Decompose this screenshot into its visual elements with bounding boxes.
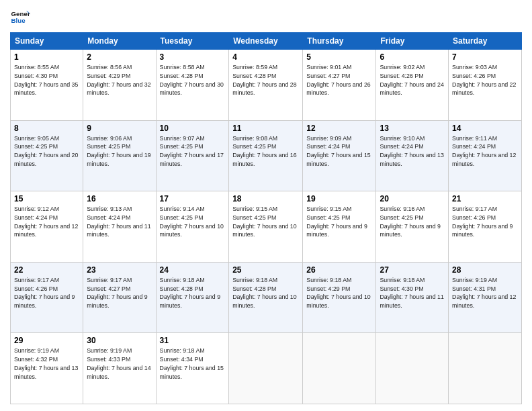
day-number: 26 bbox=[306, 265, 372, 275]
day-number: 12 bbox=[306, 124, 372, 133]
day-info: Sunrise: 8:59 AMSunset: 4:28 PMDaylight:… bbox=[232, 63, 299, 97]
day-info: Sunrise: 9:03 AMSunset: 4:26 PMDaylight:… bbox=[452, 63, 518, 97]
day-info: Sunrise: 9:16 AMSunset: 4:25 PMDaylight:… bbox=[380, 205, 445, 239]
day-info: Sunrise: 9:19 AMSunset: 4:33 PMDaylight:… bbox=[87, 347, 152, 381]
calendar-cell: 20Sunrise: 9:16 AMSunset: 4:25 PMDayligh… bbox=[376, 191, 449, 263]
calendar-cell: 6Sunrise: 9:02 AMSunset: 4:26 PMDaylight… bbox=[376, 50, 449, 121]
day-number: 6 bbox=[380, 52, 445, 62]
calendar-cell: 11Sunrise: 9:08 AMSunset: 4:25 PMDayligh… bbox=[229, 120, 303, 191]
calendar-cell: 19Sunrise: 9:15 AMSunset: 4:25 PMDayligh… bbox=[303, 191, 376, 263]
day-number: 9 bbox=[87, 124, 152, 133]
calendar-cell: 31Sunrise: 9:18 AMSunset: 4:34 PMDayligh… bbox=[156, 333, 229, 404]
calendar-header-cell: Thursday bbox=[303, 33, 376, 50]
calendar-cell: 7Sunrise: 9:03 AMSunset: 4:26 PMDaylight… bbox=[449, 50, 522, 121]
day-info: Sunrise: 9:17 AMSunset: 4:26 PMDaylight:… bbox=[452, 205, 518, 239]
day-number: 10 bbox=[160, 124, 226, 133]
day-info: Sunrise: 9:15 AMSunset: 4:25 PMDaylight:… bbox=[232, 205, 299, 239]
calendar-cell: 16Sunrise: 9:13 AMSunset: 4:24 PMDayligh… bbox=[83, 191, 156, 263]
calendar-cell: 5Sunrise: 9:01 AMSunset: 4:27 PMDaylight… bbox=[303, 50, 376, 121]
day-info: Sunrise: 9:15 AMSunset: 4:25 PMDaylight:… bbox=[306, 205, 372, 239]
header: General Blue bbox=[10, 7, 522, 27]
day-info: Sunrise: 9:01 AMSunset: 4:27 PMDaylight:… bbox=[306, 63, 372, 97]
day-number: 1 bbox=[14, 52, 79, 62]
day-info: Sunrise: 9:14 AMSunset: 4:25 PMDaylight:… bbox=[160, 205, 226, 239]
calendar-cell: 10Sunrise: 9:07 AMSunset: 4:25 PMDayligh… bbox=[156, 120, 229, 191]
calendar-cell: 15Sunrise: 9:12 AMSunset: 4:24 PMDayligh… bbox=[11, 191, 83, 263]
day-number: 29 bbox=[14, 336, 79, 345]
day-number: 8 bbox=[14, 124, 79, 133]
day-info: Sunrise: 9:18 AMSunset: 4:28 PMDaylight:… bbox=[232, 276, 299, 310]
calendar-header-cell: Sunday bbox=[11, 33, 83, 50]
calendar-cell: 9Sunrise: 9:06 AMSunset: 4:25 PMDaylight… bbox=[83, 120, 156, 191]
calendar-table: SundayMondayTuesdayWednesdayThursdayFrid… bbox=[10, 32, 522, 404]
calendar-cell bbox=[376, 333, 449, 404]
calendar-cell bbox=[449, 333, 522, 404]
day-number: 16 bbox=[87, 194, 152, 203]
calendar-cell: 26Sunrise: 9:18 AMSunset: 4:29 PMDayligh… bbox=[303, 262, 376, 333]
calendar-row: 15Sunrise: 9:12 AMSunset: 4:24 PMDayligh… bbox=[11, 191, 522, 263]
day-info: Sunrise: 9:12 AMSunset: 4:24 PMDaylight:… bbox=[14, 205, 79, 239]
calendar-cell: 30Sunrise: 9:19 AMSunset: 4:33 PMDayligh… bbox=[83, 333, 156, 404]
day-info: Sunrise: 9:02 AMSunset: 4:26 PMDaylight:… bbox=[380, 63, 445, 97]
calendar-row: 8Sunrise: 9:05 AMSunset: 4:25 PMDaylight… bbox=[11, 120, 522, 191]
day-number: 13 bbox=[380, 124, 445, 133]
calendar-header-cell: Tuesday bbox=[156, 33, 229, 50]
day-info: Sunrise: 9:10 AMSunset: 4:24 PMDaylight:… bbox=[380, 134, 445, 169]
day-number: 19 bbox=[306, 194, 372, 203]
day-number: 18 bbox=[232, 194, 299, 203]
day-number: 23 bbox=[87, 265, 152, 275]
calendar-header-cell: Friday bbox=[376, 33, 449, 50]
calendar-row: 29Sunrise: 9:19 AMSunset: 4:32 PMDayligh… bbox=[11, 333, 522, 404]
day-info: Sunrise: 9:18 AMSunset: 4:34 PMDaylight:… bbox=[160, 347, 226, 381]
calendar-header-cell: Wednesday bbox=[229, 33, 303, 50]
day-info: Sunrise: 9:06 AMSunset: 4:25 PMDaylight:… bbox=[87, 134, 152, 169]
calendar-cell: 29Sunrise: 9:19 AMSunset: 4:32 PMDayligh… bbox=[11, 333, 83, 404]
day-number: 27 bbox=[380, 265, 445, 275]
calendar-cell: 1Sunrise: 8:55 AMSunset: 4:30 PMDaylight… bbox=[11, 50, 83, 121]
calendar-cell: 17Sunrise: 9:14 AMSunset: 4:25 PMDayligh… bbox=[156, 191, 229, 263]
day-number: 20 bbox=[380, 194, 445, 203]
calendar-cell: 21Sunrise: 9:17 AMSunset: 4:26 PMDayligh… bbox=[449, 191, 522, 263]
calendar-cell: 22Sunrise: 9:17 AMSunset: 4:26 PMDayligh… bbox=[11, 262, 83, 333]
day-number: 11 bbox=[232, 124, 299, 133]
day-number: 21 bbox=[452, 194, 518, 203]
svg-text:General: General bbox=[11, 10, 31, 17]
calendar-cell: 28Sunrise: 9:19 AMSunset: 4:31 PMDayligh… bbox=[449, 262, 522, 333]
day-number: 22 bbox=[14, 265, 79, 275]
calendar-cell: 13Sunrise: 9:10 AMSunset: 4:24 PMDayligh… bbox=[376, 120, 449, 191]
day-info: Sunrise: 9:13 AMSunset: 4:24 PMDaylight:… bbox=[87, 205, 152, 239]
day-info: Sunrise: 8:58 AMSunset: 4:28 PMDaylight:… bbox=[160, 63, 226, 97]
day-info: Sunrise: 9:07 AMSunset: 4:25 PMDaylight:… bbox=[160, 134, 226, 169]
day-number: 30 bbox=[87, 336, 152, 345]
day-number: 17 bbox=[160, 194, 226, 203]
calendar-cell: 23Sunrise: 9:17 AMSunset: 4:27 PMDayligh… bbox=[83, 262, 156, 333]
calendar-cell: 2Sunrise: 8:56 AMSunset: 4:29 PMDaylight… bbox=[83, 50, 156, 121]
day-number: 28 bbox=[452, 265, 518, 275]
page: General Blue SundayMondayTuesdayWednesda… bbox=[0, 0, 532, 411]
day-info: Sunrise: 9:18 AMSunset: 4:30 PMDaylight:… bbox=[380, 276, 445, 310]
day-number: 24 bbox=[160, 265, 226, 275]
calendar-cell: 3Sunrise: 8:58 AMSunset: 4:28 PMDaylight… bbox=[156, 50, 229, 121]
day-info: Sunrise: 9:18 AMSunset: 4:29 PMDaylight:… bbox=[306, 276, 372, 310]
calendar-header-cell: Saturday bbox=[449, 33, 522, 50]
day-info: Sunrise: 9:05 AMSunset: 4:25 PMDaylight:… bbox=[14, 134, 79, 169]
calendar-cell: 27Sunrise: 9:18 AMSunset: 4:30 PMDayligh… bbox=[376, 262, 449, 333]
calendar-cell: 4Sunrise: 8:59 AMSunset: 4:28 PMDaylight… bbox=[229, 50, 303, 121]
day-info: Sunrise: 9:17 AMSunset: 4:26 PMDaylight:… bbox=[14, 276, 79, 310]
day-info: Sunrise: 8:55 AMSunset: 4:30 PMDaylight:… bbox=[14, 63, 79, 97]
calendar-cell: 24Sunrise: 9:18 AMSunset: 4:28 PMDayligh… bbox=[156, 262, 229, 333]
calendar-cell: 25Sunrise: 9:18 AMSunset: 4:28 PMDayligh… bbox=[229, 262, 303, 333]
logo: General Blue bbox=[10, 7, 30, 27]
calendar-cell bbox=[229, 333, 303, 404]
calendar-row: 22Sunrise: 9:17 AMSunset: 4:26 PMDayligh… bbox=[11, 262, 522, 333]
day-info: Sunrise: 9:08 AMSunset: 4:25 PMDaylight:… bbox=[232, 134, 299, 169]
svg-text:Blue: Blue bbox=[11, 17, 26, 24]
day-number: 7 bbox=[452, 52, 518, 62]
day-number: 4 bbox=[232, 52, 299, 62]
day-number: 5 bbox=[306, 52, 372, 62]
calendar-header-cell: Monday bbox=[83, 33, 156, 50]
day-info: Sunrise: 9:09 AMSunset: 4:24 PMDaylight:… bbox=[306, 134, 372, 169]
day-number: 2 bbox=[87, 52, 152, 62]
day-info: Sunrise: 9:11 AMSunset: 4:24 PMDaylight:… bbox=[452, 134, 518, 169]
calendar-row: 1Sunrise: 8:55 AMSunset: 4:30 PMDaylight… bbox=[11, 50, 522, 121]
